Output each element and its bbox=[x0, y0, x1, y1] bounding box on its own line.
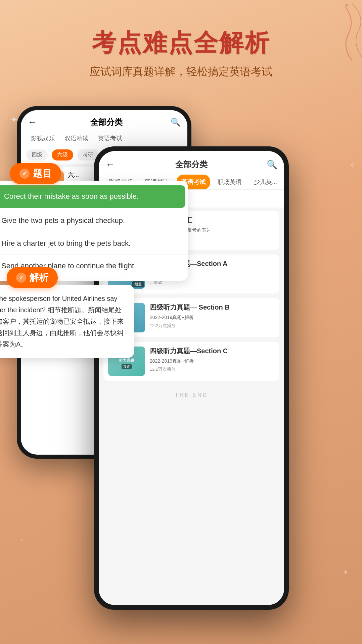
front-search-icon[interactable]: 🔍 bbox=[267, 159, 277, 170]
analysis-label: ✓ 解析 bbox=[7, 267, 58, 288]
back-tab-yingshi[interactable]: 影视娱乐 bbox=[26, 131, 60, 146]
option-text-b: Give the two pets a physical checkup. bbox=[1, 216, 125, 226]
option-text-c: Hire a charter jet to bring the pets bac… bbox=[1, 238, 131, 249]
back-tab-shuangyu[interactable]: 双语精读 bbox=[60, 131, 93, 146]
analysis-overlay: ✓ 解析 解析：What did the spokesperson for Un… bbox=[0, 267, 134, 358]
quiz-label: ✓ 题目 bbox=[10, 163, 61, 184]
quiz-label-text: 题目 bbox=[33, 167, 52, 180]
quiz-overlay: ✓ 题目 A Corect their mistake as soon as p… bbox=[0, 163, 188, 281]
svg-point-0 bbox=[346, 4, 348, 6]
quiz-option-c[interactable]: C Hire a charter jet to bring the pets b… bbox=[0, 232, 188, 255]
item-info: 四级听力真题— Section B 2022-2019真题+解析 12.2万次播… bbox=[150, 303, 275, 332]
item-count: 12.2万次播放 bbox=[150, 366, 275, 372]
item-count: 12.2万次播放 bbox=[150, 323, 275, 329]
item-desc: 2022-2019真题+解析 bbox=[150, 315, 275, 321]
option-text-a: Corect their mistake as soon as possible… bbox=[4, 191, 139, 202]
front-cat-zhichang[interactable]: 职场英语 bbox=[213, 175, 246, 189]
quiz-option-b[interactable]: B Give the two pets a physical checkup. bbox=[0, 210, 188, 232]
analysis-card: 解析：What did the spokesperson for United … bbox=[0, 285, 134, 358]
back-search-icon[interactable]: 🔍 bbox=[171, 118, 181, 127]
quiz-check-icon: ✓ bbox=[19, 169, 30, 179]
thumbnail-sublabel: 听力真题 bbox=[119, 358, 134, 363]
quiz-card: A Corect their mistake as soon as possib… bbox=[0, 181, 188, 281]
inner-channel-badge: 频道 bbox=[122, 364, 132, 369]
quiz-option-a[interactable]: A Corect their mistake as soon as possib… bbox=[0, 185, 185, 208]
analysis-text: 解析：What did the spokesperson for United … bbox=[0, 295, 124, 348]
item-title: 四级听力真题—Section C bbox=[150, 347, 275, 356]
item-title: 四级听力真题— Section B bbox=[150, 303, 275, 312]
back-screen-title: 全部分类 bbox=[42, 117, 171, 128]
front-cat-shaor[interactable]: 少儿英... bbox=[249, 175, 282, 189]
the-end-label: THE END bbox=[103, 385, 279, 405]
back-category-tabs: 影视娱乐 双语精读 英语考试 bbox=[21, 131, 187, 146]
phones-container: ← 全部分类 🔍 影视娱乐 双语精读 英语考试 四级 六级 考研 bbox=[0, 93, 362, 623]
analysis-label-text: 解析 bbox=[30, 271, 48, 284]
back-screen-header: ← 全部分类 🔍 bbox=[21, 110, 187, 131]
back-subtab-6[interactable]: 六级 bbox=[52, 149, 73, 160]
back-nav-arrow[interactable]: ← bbox=[28, 117, 37, 128]
analysis-check-icon: ✓ bbox=[16, 273, 26, 283]
back-subtab-4[interactable]: 四级 bbox=[26, 149, 48, 160]
analysis-check-symbol: ✓ bbox=[19, 274, 24, 281]
item-desc: 2022-2019真题+解析 bbox=[150, 358, 275, 364]
check-symbol: ✓ bbox=[22, 170, 27, 177]
item-info: 四级听力真题—Section C 2022-2019真题+解析 12.2万次播放 bbox=[150, 347, 275, 376]
back-tab-yingyu[interactable]: 英语考试 bbox=[93, 131, 127, 146]
